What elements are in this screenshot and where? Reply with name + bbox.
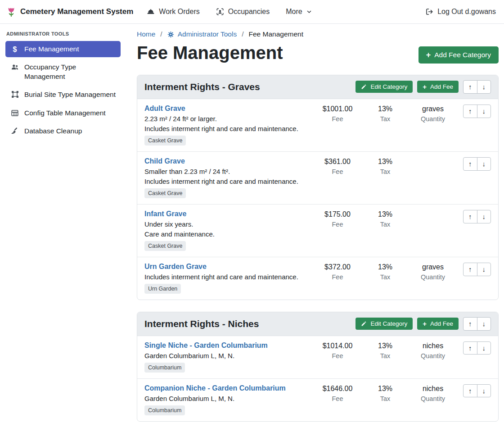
- fee-type-badge: Urn Garden: [144, 284, 181, 294]
- logout-icon: [425, 8, 433, 16]
- quantity-column: niches Quantity: [409, 384, 457, 402]
- tax-value: 13%: [361, 385, 409, 393]
- sidebar-item-database-cleanup[interactable]: Database Cleanup: [5, 123, 121, 139]
- fee-amount-column: $372.00 Fee: [314, 263, 361, 281]
- move-category-down-button[interactable]: ↓: [477, 317, 491, 331]
- edit-category-button[interactable]: Edit Category: [356, 81, 413, 93]
- category-header: Interment Rights - Graves Edit Category …: [137, 75, 498, 99]
- fee-reorder-group: ↑ ↓: [463, 263, 491, 276]
- move-fee-up-button[interactable]: ↑: [463, 157, 477, 171]
- nav-work-orders[interactable]: Work Orders: [147, 8, 199, 16]
- add-fee-button[interactable]: + Add Fee: [417, 81, 459, 93]
- move-fee-up-button[interactable]: ↑: [463, 105, 477, 118]
- move-fee-down-button[interactable]: ↓: [477, 157, 491, 171]
- fee-amount-label: Fee: [314, 352, 361, 359]
- tax-label: Tax: [361, 115, 409, 123]
- category-title: Interment Rights - Graves: [144, 82, 260, 92]
- sidebar-heading: Administrator Tools: [6, 31, 121, 36]
- quantity-label: Quantity: [409, 273, 457, 281]
- edit-category-label: Edit Category: [370, 320, 407, 327]
- breadcrumb-home[interactable]: Home: [137, 30, 155, 38]
- fee-amount-label: Fee: [314, 221, 361, 228]
- move-fee-down-button[interactable]: ↓: [477, 341, 491, 355]
- fee-amount: $361.00: [314, 158, 361, 166]
- fee-row: Single Niche - Garden Columbarium Garden…: [137, 336, 498, 379]
- quantity-value: graves: [409, 105, 457, 113]
- quantity-label: Quantity: [409, 115, 457, 123]
- app-brand[interactable]: Cemetery Management System: [6, 5, 133, 18]
- add-fee-label: Add Fee: [430, 83, 453, 90]
- fee-amount-label: Fee: [314, 115, 361, 123]
- sidebar: Administrator Tools $ Fee Management Occ…: [0, 24, 126, 423]
- fee-name-link[interactable]: Adult Grave: [144, 105, 185, 113]
- fee-amount-label: Fee: [314, 273, 361, 281]
- logout-label: Log Out d.gowans: [437, 8, 496, 16]
- badge-row: Columbarium: [144, 363, 309, 373]
- sidebar-item-occupancy-type-management[interactable]: Occupancy Type Management: [5, 59, 121, 85]
- fee-name-link[interactable]: Companion Niche - Garden Columbarium: [144, 384, 286, 392]
- move-fee-up-button[interactable]: ↑: [463, 384, 477, 398]
- badge-row: Casket Grave: [144, 241, 309, 251]
- move-fee-up-button[interactable]: ↑: [463, 341, 477, 355]
- tax-column: 13% Tax: [361, 157, 409, 175]
- move-category-up-button[interactable]: ↑: [463, 317, 477, 331]
- fee-reorder-group: ↑ ↓: [463, 105, 491, 118]
- fee-name-link[interactable]: Single Niche - Garden Columbarium: [144, 341, 268, 350]
- fee-name-link[interactable]: Infant Grave: [144, 210, 186, 218]
- move-fee-down-button[interactable]: ↓: [477, 210, 491, 223]
- fee-row: Companion Niche - Garden Columbarium Gar…: [137, 379, 498, 421]
- add-fee-category-button[interactable]: + Add Fee Category: [418, 46, 499, 64]
- sidebar-item-label: Burial Site Type Management: [24, 90, 116, 99]
- edit-category-button[interactable]: Edit Category: [356, 318, 413, 330]
- tax-value: 13%: [361, 210, 409, 218]
- quantity-column: [409, 157, 457, 158]
- top-nav: Work Orders Occupancies More: [147, 8, 311, 16]
- sidebar-item-burial-site-type-management[interactable]: Burial Site Type Management: [5, 86, 121, 103]
- fee-reorder-group: ↑ ↓: [463, 157, 491, 171]
- sidebar-item-fee-management[interactable]: $ Fee Management: [5, 41, 121, 57]
- tax-label: Tax: [361, 221, 409, 228]
- pencil-icon: [361, 84, 367, 90]
- move-category-up-button[interactable]: ↑: [463, 80, 477, 94]
- badge-row: Urn Garden: [144, 284, 309, 294]
- fee-name-link[interactable]: Urn Garden Grave: [144, 263, 207, 271]
- fee-info: Infant Grave Under six years. Care and m…: [144, 210, 314, 251]
- category-header: Interment Rights - Niches Edit Category …: [137, 312, 498, 336]
- category-reorder-group: ↑ ↓: [463, 317, 491, 331]
- breadcrumb-admin-tools[interactable]: Administrator Tools: [167, 30, 237, 38]
- fee-type-badge: Casket Grave: [144, 136, 186, 146]
- logout-link[interactable]: Log Out d.gowans: [425, 8, 498, 16]
- fee-amount: $175.00: [314, 210, 361, 218]
- move-fee-up-button[interactable]: ↑: [463, 263, 477, 276]
- nav-occupancies[interactable]: Occupancies: [216, 8, 270, 16]
- page-layout: Administrator Tools $ Fee Management Occ…: [0, 24, 504, 423]
- fee-info: Single Niche - Garden Columbarium Garden…: [144, 341, 314, 373]
- add-fee-label: Add Fee: [430, 320, 453, 327]
- move-fee-down-button[interactable]: ↓: [477, 105, 491, 118]
- hard-hat-icon: [147, 8, 155, 16]
- tax-value: 13%: [361, 158, 409, 166]
- fee-row: Infant Grave Under six years. Care and m…: [137, 205, 498, 257]
- fee-type-badge: Casket Grave: [144, 241, 186, 251]
- move-fee-up-button[interactable]: ↑: [463, 210, 477, 223]
- fee-amount-column: $1001.00 Fee: [314, 105, 361, 123]
- move-category-down-button[interactable]: ↓: [477, 80, 491, 94]
- breadcrumb: Home /: [137, 30, 499, 38]
- move-fee-down-button[interactable]: ↓: [477, 384, 491, 398]
- fee-name-link[interactable]: Child Grave: [144, 157, 185, 165]
- main-content: Home /: [126, 24, 504, 423]
- fee-description: Includes interment right and care and ma…: [144, 177, 309, 185]
- fee-type-badge: Casket Grave: [144, 188, 186, 198]
- tax-column: 13% Tax: [361, 210, 409, 228]
- fee-description: Includes interment right and care and ma…: [144, 125, 309, 132]
- move-fee-down-button[interactable]: ↓: [477, 263, 491, 276]
- category-reorder-group: ↑ ↓: [463, 80, 491, 94]
- gear-icon: [167, 31, 174, 38]
- fee-reorder-group: ↑ ↓: [463, 210, 491, 223]
- tax-label: Tax: [361, 395, 409, 402]
- sidebar-item-config-table-management[interactable]: Config Table Management: [5, 105, 121, 121]
- add-fee-button[interactable]: + Add Fee: [417, 318, 459, 330]
- plot-square-icon: [10, 91, 20, 98]
- fee-row: Urn Garden Grave Includes interment righ…: [137, 257, 498, 300]
- nav-more[interactable]: More: [286, 8, 311, 16]
